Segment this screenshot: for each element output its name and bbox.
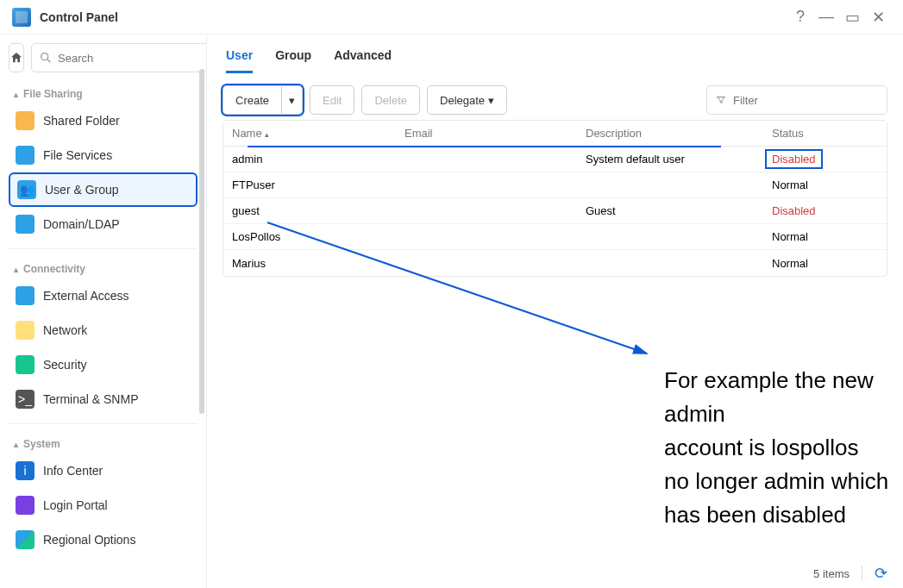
sidebar-item-label: Shared Folder (43, 114, 120, 128)
sidebar-item-login-portal[interactable]: Login Portal (9, 488, 198, 522)
cell-name: admin (223, 153, 404, 166)
login-icon (16, 496, 34, 515)
sidebar-item-label: External Access (43, 289, 129, 303)
app-logo-icon (12, 8, 31, 27)
section-file-sharing[interactable]: ▴File Sharing (9, 81, 198, 103)
sidebar-item-label: Network (43, 323, 87, 337)
table-row[interactable]: MariusNormal (223, 250, 887, 276)
sidebar-item-info-center[interactable]: iInfo Center (9, 454, 198, 488)
cell-description: Guest (586, 204, 767, 217)
delegate-button[interactable]: Delegate ▾ (427, 85, 507, 115)
cell-status: Normal (767, 178, 887, 191)
info-icon: i (16, 461, 34, 480)
table-row[interactable]: LosPollosNormal (223, 224, 887, 250)
table-header: Name▴ Email Description Status (223, 121, 887, 147)
create-dropdown-button[interactable]: ▾ (282, 85, 303, 115)
table-row[interactable]: adminSystem default userDisabled (223, 147, 887, 172)
sidebar-item-terminal-snmp[interactable]: >_Terminal & SNMP (9, 382, 198, 416)
window-title: Control Panel (40, 10, 118, 24)
svg-point-0 (41, 53, 48, 60)
search-input[interactable] (58, 52, 203, 65)
region-icon (16, 530, 34, 549)
shield-icon (16, 355, 34, 374)
svg-line-1 (47, 59, 50, 62)
footer: 5 items ⟳ (813, 564, 887, 583)
sidebar-item-label: Terminal & SNMP (43, 392, 138, 406)
column-header-email[interactable]: Email (404, 127, 586, 140)
sort-asc-icon: ▴ (265, 130, 269, 139)
filter-icon (716, 93, 726, 107)
sidebar-item-label: Info Center (43, 464, 103, 478)
delete-button[interactable]: Delete (361, 85, 420, 115)
chevron-up-icon: ▴ (14, 440, 18, 449)
filter-input[interactable] (733, 94, 878, 107)
sidebar-item-regional-options[interactable]: Regional Options (9, 522, 198, 557)
sidebar-item-label: Regional Options (43, 533, 135, 547)
refresh-button[interactable]: ⟳ (875, 564, 887, 583)
sidebar-item-network[interactable]: Network (9, 313, 198, 347)
tab-advanced[interactable]: Advanced (334, 48, 392, 73)
window-titlebar: Control Panel ? — ▭ ✕ (0, 0, 903, 34)
divider (9, 423, 198, 424)
table-row[interactable]: FTPuserNormal (223, 172, 887, 198)
terminal-icon: >_ (16, 390, 34, 409)
table-row[interactable]: guestGuestDisabled (223, 198, 887, 224)
cell-name: FTPuser (223, 178, 404, 191)
column-header-status[interactable]: Status (767, 127, 887, 140)
filter-input-wrapper[interactable] (706, 85, 887, 115)
chevron-up-icon: ▴ (14, 90, 18, 99)
sidebar-item-label: Domain/LDAP (43, 217, 120, 231)
content-area: User Group Advanced Create ▾ Edit Delete… (207, 34, 903, 588)
sidebar-item-shared-folder[interactable]: Shared Folder (9, 103, 198, 138)
section-system[interactable]: ▴System (9, 431, 198, 454)
tabs: User Group Advanced (223, 43, 887, 73)
cell-status: Disabled (767, 153, 887, 166)
users-table: Name▴ Email Description Status adminSyst… (223, 120, 887, 277)
cell-name: guest (223, 204, 404, 217)
section-connectivity[interactable]: ▴Connectivity (9, 256, 198, 278)
users-icon: 👥 (17, 180, 36, 199)
column-header-name[interactable]: Name▴ (223, 127, 404, 140)
tab-user[interactable]: User (226, 48, 253, 73)
create-button[interactable]: Create (223, 85, 282, 115)
sidebar-item-label: User & Group (45, 183, 119, 197)
chevron-up-icon: ▴ (14, 265, 18, 274)
files-icon (16, 146, 34, 165)
help-button[interactable]: ? (787, 8, 813, 26)
sidebar: ▴File Sharing Shared Folder File Service… (0, 34, 207, 588)
create-button-group: Create ▾ (223, 85, 303, 115)
scrollbar[interactable] (199, 69, 204, 414)
cell-status: Normal (767, 257, 887, 270)
minimize-button[interactable]: — (813, 8, 839, 26)
sidebar-item-label: File Services (43, 148, 112, 162)
cell-description: System default user (586, 153, 767, 166)
folder-icon (16, 111, 34, 130)
search-icon (39, 51, 53, 65)
toolbar: Create ▾ Edit Delete Delegate ▾ (223, 85, 887, 115)
maximize-button[interactable]: ▭ (839, 8, 865, 27)
divider (862, 566, 862, 581)
cell-status: Normal (767, 230, 887, 243)
sidebar-item-label: Security (43, 358, 87, 372)
sidebar-item-external-access[interactable]: External Access (9, 278, 198, 313)
sidebar-item-security[interactable]: Security (9, 347, 198, 382)
home-icon (9, 51, 23, 65)
cell-status: Disabled (767, 204, 887, 217)
chevron-down-icon: ▾ (488, 94, 494, 107)
divider (9, 248, 198, 249)
item-count: 5 items (813, 567, 850, 580)
domain-icon (16, 215, 34, 234)
home-button[interactable] (9, 43, 24, 72)
sidebar-item-file-services[interactable]: File Services (9, 138, 198, 172)
cell-name: LosPollos (223, 230, 404, 243)
sidebar-item-user-group[interactable]: 👥User & Group (9, 172, 198, 207)
network-icon (16, 321, 34, 340)
column-header-description[interactable]: Description (586, 127, 767, 140)
close-button[interactable]: ✕ (865, 8, 891, 27)
tab-group[interactable]: Group (275, 48, 311, 73)
search-input-wrapper[interactable] (31, 43, 207, 72)
cell-name: Marius (223, 257, 404, 270)
edit-button[interactable]: Edit (310, 85, 354, 115)
globe-icon (16, 286, 34, 305)
sidebar-item-domain-ldap[interactable]: Domain/LDAP (9, 207, 198, 241)
